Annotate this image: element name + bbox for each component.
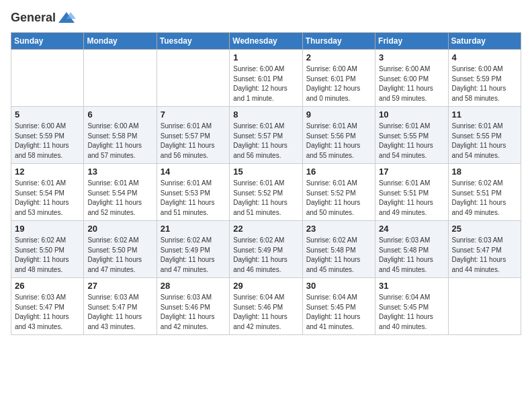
day-info: Sunrise: 6:02 AM Sunset: 5:48 PM Dayligh… [306, 236, 371, 275]
calendar-cell: 18Sunrise: 6:02 AM Sunset: 5:51 PM Dayli… [448, 164, 521, 221]
day-number: 20 [87, 224, 152, 234]
day-info: Sunrise: 6:02 AM Sunset: 5:49 PM Dayligh… [161, 236, 226, 275]
calendar-cell [11, 50, 84, 107]
day-number: 2 [306, 52, 371, 62]
calendar-cell: 8Sunrise: 6:01 AM Sunset: 5:57 PM Daylig… [230, 107, 302, 164]
calendar-cell: 29Sunrise: 6:04 AM Sunset: 5:46 PM Dayli… [230, 278, 302, 335]
logo-icon [57, 11, 76, 26]
day-info: Sunrise: 6:01 AM Sunset: 5:56 PM Dayligh… [306, 122, 371, 161]
day-info: Sunrise: 6:03 AM Sunset: 5:48 PM Dayligh… [379, 236, 444, 275]
day-number: 23 [306, 224, 371, 234]
day-info: Sunrise: 6:01 AM Sunset: 5:57 PM Dayligh… [233, 122, 298, 161]
day-info: Sunrise: 6:01 AM Sunset: 5:51 PM Dayligh… [379, 179, 444, 218]
calendar-cell: 25Sunrise: 6:03 AM Sunset: 5:47 PM Dayli… [448, 221, 521, 278]
weekday-header: Thursday [302, 33, 375, 50]
day-number: 25 [452, 224, 517, 234]
day-info: Sunrise: 6:00 AM Sunset: 5:59 PM Dayligh… [452, 64, 517, 103]
day-info: Sunrise: 6:04 AM Sunset: 5:45 PM Dayligh… [379, 293, 444, 332]
day-number: 10 [379, 109, 444, 120]
day-number: 26 [15, 281, 80, 291]
day-info: Sunrise: 6:00 AM Sunset: 5:58 PM Dayligh… [87, 122, 152, 161]
weekday-header: Sunday [11, 33, 84, 50]
day-info: Sunrise: 6:02 AM Sunset: 5:50 PM Dayligh… [87, 236, 152, 275]
calendar-week-row: 26Sunrise: 6:03 AM Sunset: 5:47 PM Dayli… [11, 278, 521, 335]
calendar-cell: 3Sunrise: 6:00 AM Sunset: 6:00 PM Daylig… [375, 50, 448, 107]
calendar-cell: 16Sunrise: 6:01 AM Sunset: 5:52 PM Dayli… [302, 164, 375, 221]
day-info: Sunrise: 6:00 AM Sunset: 6:01 PM Dayligh… [233, 64, 298, 103]
calendar-cell: 21Sunrise: 6:02 AM Sunset: 5:49 PM Dayli… [157, 221, 229, 278]
calendar-cell: 28Sunrise: 6:03 AM Sunset: 5:46 PM Dayli… [157, 278, 229, 335]
logo: General [11, 11, 76, 24]
day-number: 4 [452, 52, 517, 62]
day-info: Sunrise: 6:00 AM Sunset: 5:59 PM Dayligh… [15, 122, 80, 161]
calendar-table: SundayMondayTuesdayWednesdayThursdayFrid… [11, 32, 521, 335]
calendar-cell: 31Sunrise: 6:04 AM Sunset: 5:45 PM Dayli… [375, 278, 448, 335]
day-info: Sunrise: 6:04 AM Sunset: 5:45 PM Dayligh… [306, 293, 371, 332]
calendar-cell: 17Sunrise: 6:01 AM Sunset: 5:51 PM Dayli… [375, 164, 448, 221]
calendar-week-row: 12Sunrise: 6:01 AM Sunset: 5:54 PM Dayli… [11, 164, 521, 221]
day-number: 5 [15, 109, 80, 120]
day-info: Sunrise: 6:03 AM Sunset: 5:46 PM Dayligh… [161, 293, 226, 332]
calendar-week-row: 5Sunrise: 6:00 AM Sunset: 5:59 PM Daylig… [11, 107, 521, 164]
calendar-cell: 14Sunrise: 6:01 AM Sunset: 5:53 PM Dayli… [157, 164, 229, 221]
calendar-cell: 5Sunrise: 6:00 AM Sunset: 5:59 PM Daylig… [11, 107, 84, 164]
calendar-cell: 23Sunrise: 6:02 AM Sunset: 5:48 PM Dayli… [302, 221, 375, 278]
day-info: Sunrise: 6:03 AM Sunset: 5:47 PM Dayligh… [15, 293, 80, 332]
weekday-header: Wednesday [230, 33, 302, 50]
day-number: 24 [379, 224, 444, 234]
calendar-cell [157, 50, 229, 107]
weekday-header: Friday [375, 33, 448, 50]
day-info: Sunrise: 6:03 AM Sunset: 5:47 PM Dayligh… [87, 293, 152, 332]
calendar-cell: 1Sunrise: 6:00 AM Sunset: 6:01 PM Daylig… [230, 50, 302, 107]
day-number: 8 [233, 109, 298, 120]
weekday-header: Monday [84, 33, 157, 50]
calendar-cell: 22Sunrise: 6:02 AM Sunset: 5:49 PM Dayli… [230, 221, 302, 278]
day-number: 31 [379, 281, 444, 291]
day-info: Sunrise: 6:02 AM Sunset: 5:51 PM Dayligh… [452, 179, 517, 218]
calendar-week-row: 19Sunrise: 6:02 AM Sunset: 5:50 PM Dayli… [11, 221, 521, 278]
weekday-header: Tuesday [157, 33, 229, 50]
calendar-cell: 13Sunrise: 6:01 AM Sunset: 5:54 PM Dayli… [84, 164, 157, 221]
day-number: 15 [233, 167, 298, 177]
calendar-cell: 4Sunrise: 6:00 AM Sunset: 5:59 PM Daylig… [448, 50, 521, 107]
day-info: Sunrise: 6:01 AM Sunset: 5:52 PM Dayligh… [306, 179, 371, 218]
day-number: 13 [87, 167, 152, 177]
day-info: Sunrise: 6:02 AM Sunset: 5:49 PM Dayligh… [233, 236, 298, 275]
day-info: Sunrise: 6:02 AM Sunset: 5:50 PM Dayligh… [15, 236, 80, 275]
day-number: 17 [379, 167, 444, 177]
day-number: 12 [15, 167, 80, 177]
day-number: 27 [87, 281, 152, 291]
day-number: 19 [15, 224, 80, 234]
day-number: 9 [306, 109, 371, 120]
day-info: Sunrise: 6:03 AM Sunset: 5:47 PM Dayligh… [452, 236, 517, 275]
calendar-cell: 12Sunrise: 6:01 AM Sunset: 5:54 PM Dayli… [11, 164, 84, 221]
calendar-week-row: 1Sunrise: 6:00 AM Sunset: 6:01 PM Daylig… [11, 50, 521, 107]
day-number: 22 [233, 224, 298, 234]
day-number: 14 [161, 167, 226, 177]
calendar-cell [84, 50, 157, 107]
day-info: Sunrise: 6:01 AM Sunset: 5:53 PM Dayligh… [161, 179, 226, 218]
calendar-cell [448, 278, 521, 335]
day-number: 1 [233, 52, 298, 62]
day-info: Sunrise: 6:01 AM Sunset: 5:57 PM Dayligh… [161, 122, 226, 161]
calendar-cell: 19Sunrise: 6:02 AM Sunset: 5:50 PM Dayli… [11, 221, 84, 278]
weekday-header: Saturday [448, 33, 521, 50]
day-info: Sunrise: 6:00 AM Sunset: 6:00 PM Dayligh… [379, 64, 444, 103]
calendar-cell: 15Sunrise: 6:01 AM Sunset: 5:52 PM Dayli… [230, 164, 302, 221]
calendar-cell: 20Sunrise: 6:02 AM Sunset: 5:50 PM Dayli… [84, 221, 157, 278]
calendar-cell: 24Sunrise: 6:03 AM Sunset: 5:48 PM Dayli… [375, 221, 448, 278]
calendar-cell: 7Sunrise: 6:01 AM Sunset: 5:57 PM Daylig… [157, 107, 229, 164]
calendar-cell: 27Sunrise: 6:03 AM Sunset: 5:47 PM Dayli… [84, 278, 157, 335]
logo-general-text: General [11, 11, 56, 25]
day-info: Sunrise: 6:01 AM Sunset: 5:54 PM Dayligh… [87, 179, 152, 218]
calendar-cell: 11Sunrise: 6:01 AM Sunset: 5:55 PM Dayli… [448, 107, 521, 164]
calendar-cell: 6Sunrise: 6:00 AM Sunset: 5:58 PM Daylig… [84, 107, 157, 164]
calendar-cell: 26Sunrise: 6:03 AM Sunset: 5:47 PM Dayli… [11, 278, 84, 335]
day-info: Sunrise: 6:01 AM Sunset: 5:55 PM Dayligh… [379, 122, 444, 161]
calendar-cell: 10Sunrise: 6:01 AM Sunset: 5:55 PM Dayli… [375, 107, 448, 164]
day-info: Sunrise: 6:01 AM Sunset: 5:55 PM Dayligh… [452, 122, 517, 161]
day-number: 21 [161, 224, 226, 234]
day-number: 11 [452, 109, 517, 120]
calendar-cell: 2Sunrise: 6:00 AM Sunset: 6:01 PM Daylig… [302, 50, 375, 107]
day-number: 6 [87, 109, 152, 120]
